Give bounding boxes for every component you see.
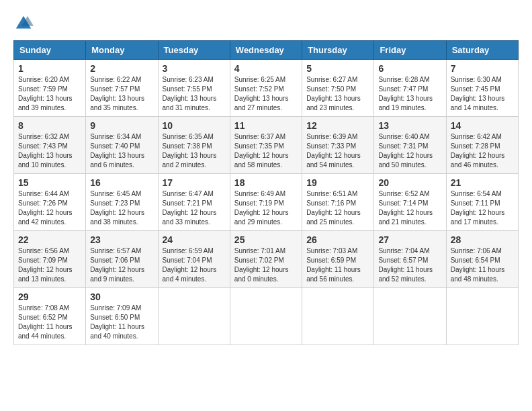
daylight-hours: Daylight: 13 hours and 31 minutes. bbox=[163, 95, 217, 111]
sunrise-time: Sunrise: 6:25 AM bbox=[234, 76, 285, 83]
daylight-hours: Daylight: 12 hours and 13 minutes. bbox=[18, 266, 73, 283]
daylight-hours: Daylight: 13 hours and 35 minutes. bbox=[90, 95, 144, 111]
table-row: 24 Sunrise: 6:59 AM Sunset: 7:04 PM Dayl… bbox=[158, 231, 230, 288]
sunset-time: Sunset: 7:45 PM bbox=[451, 85, 500, 93]
sunset-time: Sunset: 7:57 PM bbox=[90, 85, 140, 93]
day-number: 17 bbox=[163, 177, 226, 188]
daylight-hours: Daylight: 13 hours and 23 minutes. bbox=[306, 95, 361, 111]
sunrise-time: Sunrise: 7:01 AM bbox=[234, 247, 285, 255]
sunset-time: Sunset: 6:59 PM bbox=[306, 257, 356, 264]
sunset-time: Sunset: 7:33 PM bbox=[306, 142, 356, 150]
sunrise-time: Sunrise: 6:49 AM bbox=[234, 190, 285, 197]
col-saturday: Saturday bbox=[446, 41, 518, 60]
sunset-time: Sunset: 6:57 PM bbox=[378, 257, 428, 264]
day-info: Sunrise: 6:32 AM Sunset: 7:43 PM Dayligh… bbox=[18, 132, 81, 170]
day-info: Sunrise: 6:57 AM Sunset: 7:06 PM Dayligh… bbox=[90, 246, 153, 284]
sunset-time: Sunset: 7:02 PM bbox=[234, 257, 284, 264]
sunset-time: Sunset: 6:52 PM bbox=[18, 314, 68, 321]
day-info: Sunrise: 6:45 AM Sunset: 7:23 PM Dayligh… bbox=[90, 189, 153, 227]
sunset-time: Sunset: 7:43 PM bbox=[18, 142, 68, 150]
page-header bbox=[13, 13, 519, 34]
daylight-hours: Daylight: 11 hours and 52 minutes. bbox=[378, 266, 433, 283]
day-info: Sunrise: 6:34 AM Sunset: 7:40 PM Dayligh… bbox=[90, 132, 153, 170]
day-number: 29 bbox=[18, 291, 81, 302]
sunset-time: Sunset: 7:38 PM bbox=[163, 142, 212, 150]
table-row bbox=[158, 288, 230, 345]
table-row: 21 Sunrise: 6:54 AM Sunset: 7:11 PM Dayl… bbox=[446, 174, 518, 231]
sunrise-time: Sunrise: 6:39 AM bbox=[306, 133, 357, 140]
table-row bbox=[374, 288, 446, 345]
day-number: 1 bbox=[18, 63, 81, 74]
daylight-hours: Daylight: 12 hours and 42 minutes. bbox=[18, 209, 73, 226]
table-row: 27 Sunrise: 7:04 AM Sunset: 6:57 PM Dayl… bbox=[374, 231, 446, 288]
sunset-time: Sunset: 7:52 PM bbox=[234, 85, 284, 93]
sunset-time: Sunset: 7:35 PM bbox=[234, 142, 284, 150]
day-number: 10 bbox=[163, 120, 226, 131]
table-row: 19 Sunrise: 6:51 AM Sunset: 7:16 PM Dayl… bbox=[302, 174, 374, 231]
day-number: 19 bbox=[306, 177, 369, 188]
day-number: 16 bbox=[90, 177, 153, 188]
day-info: Sunrise: 6:27 AM Sunset: 7:50 PM Dayligh… bbox=[306, 75, 369, 113]
table-row: 7 Sunrise: 6:30 AM Sunset: 7:45 PM Dayli… bbox=[446, 60, 518, 117]
table-row: 11 Sunrise: 6:37 AM Sunset: 7:35 PM Dayl… bbox=[230, 117, 302, 174]
table-row: 17 Sunrise: 6:47 AM Sunset: 7:21 PM Dayl… bbox=[158, 174, 230, 231]
sunset-time: Sunset: 7:47 PM bbox=[378, 85, 428, 93]
day-info: Sunrise: 6:35 AM Sunset: 7:38 PM Dayligh… bbox=[163, 132, 226, 170]
daylight-hours: Daylight: 11 hours and 44 minutes. bbox=[18, 323, 73, 340]
calendar-week-row: 22 Sunrise: 6:56 AM Sunset: 7:09 PM Dayl… bbox=[14, 231, 519, 288]
day-number: 15 bbox=[18, 177, 81, 188]
daylight-hours: Daylight: 12 hours and 4 minutes. bbox=[163, 266, 217, 283]
day-info: Sunrise: 7:03 AM Sunset: 6:59 PM Dayligh… bbox=[306, 246, 369, 284]
col-thursday: Thursday bbox=[302, 41, 374, 60]
sunset-time: Sunset: 7:40 PM bbox=[90, 142, 140, 150]
sunrise-time: Sunrise: 6:30 AM bbox=[451, 76, 502, 83]
day-info: Sunrise: 6:25 AM Sunset: 7:52 PM Dayligh… bbox=[234, 75, 298, 113]
table-row: 13 Sunrise: 6:40 AM Sunset: 7:31 PM Dayl… bbox=[374, 117, 446, 174]
day-number: 4 bbox=[234, 63, 298, 74]
sunset-time: Sunset: 6:54 PM bbox=[451, 257, 500, 264]
table-row: 15 Sunrise: 6:44 AM Sunset: 7:26 PM Dayl… bbox=[14, 174, 86, 231]
daylight-hours: Daylight: 13 hours and 39 minutes. bbox=[18, 95, 73, 111]
day-info: Sunrise: 6:40 AM Sunset: 7:31 PM Dayligh… bbox=[378, 132, 441, 170]
logo bbox=[13, 13, 36, 34]
day-number: 6 bbox=[378, 63, 441, 74]
logo-icon bbox=[13, 13, 34, 34]
sunset-time: Sunset: 7:14 PM bbox=[378, 199, 428, 207]
table-row bbox=[230, 288, 302, 345]
col-tuesday: Tuesday bbox=[158, 41, 230, 60]
day-number: 28 bbox=[451, 234, 514, 245]
day-info: Sunrise: 6:44 AM Sunset: 7:26 PM Dayligh… bbox=[18, 189, 81, 227]
daylight-hours: Daylight: 12 hours and 21 minutes. bbox=[378, 209, 433, 226]
day-info: Sunrise: 6:59 AM Sunset: 7:04 PM Dayligh… bbox=[163, 246, 226, 284]
daylight-hours: Daylight: 11 hours and 40 minutes. bbox=[90, 323, 144, 340]
daylight-hours: Daylight: 12 hours and 46 minutes. bbox=[451, 152, 505, 169]
calendar-header-row: Sunday Monday Tuesday Wednesday Thursday… bbox=[14, 41, 519, 60]
day-info: Sunrise: 6:28 AM Sunset: 7:47 PM Dayligh… bbox=[378, 75, 441, 113]
day-number: 18 bbox=[234, 177, 298, 188]
daylight-hours: Daylight: 12 hours and 29 minutes. bbox=[234, 209, 289, 226]
day-number: 9 bbox=[90, 120, 153, 131]
sunset-time: Sunset: 7:04 PM bbox=[163, 257, 212, 264]
table-row: 16 Sunrise: 6:45 AM Sunset: 7:23 PM Dayl… bbox=[86, 174, 158, 231]
table-row bbox=[446, 288, 518, 345]
sunrise-time: Sunrise: 6:23 AM bbox=[163, 76, 214, 83]
calendar-week-row: 29 Sunrise: 7:08 AM Sunset: 6:52 PM Dayl… bbox=[14, 288, 519, 345]
day-number: 5 bbox=[306, 63, 369, 74]
table-row: 30 Sunrise: 7:09 AM Sunset: 6:50 PM Dayl… bbox=[86, 288, 158, 345]
sunset-time: Sunset: 7:19 PM bbox=[234, 199, 284, 207]
table-row: 28 Sunrise: 7:06 AM Sunset: 6:54 PM Dayl… bbox=[446, 231, 518, 288]
sunrise-time: Sunrise: 6:20 AM bbox=[18, 76, 69, 83]
sunset-time: Sunset: 7:50 PM bbox=[306, 85, 356, 93]
daylight-hours: Daylight: 13 hours and 14 minutes. bbox=[451, 95, 505, 111]
col-friday: Friday bbox=[374, 41, 446, 60]
table-row: 10 Sunrise: 6:35 AM Sunset: 7:38 PM Dayl… bbox=[158, 117, 230, 174]
day-number: 8 bbox=[18, 120, 81, 131]
sunset-time: Sunset: 7:31 PM bbox=[378, 142, 428, 150]
sunset-time: Sunset: 7:09 PM bbox=[18, 257, 68, 264]
sunrise-time: Sunrise: 6:34 AM bbox=[90, 133, 141, 140]
day-number: 14 bbox=[451, 120, 514, 131]
daylight-hours: Daylight: 12 hours and 9 minutes. bbox=[90, 266, 144, 283]
sunset-time: Sunset: 6:50 PM bbox=[90, 314, 140, 321]
day-number: 20 bbox=[378, 177, 441, 188]
daylight-hours: Daylight: 12 hours and 38 minutes. bbox=[90, 209, 144, 226]
